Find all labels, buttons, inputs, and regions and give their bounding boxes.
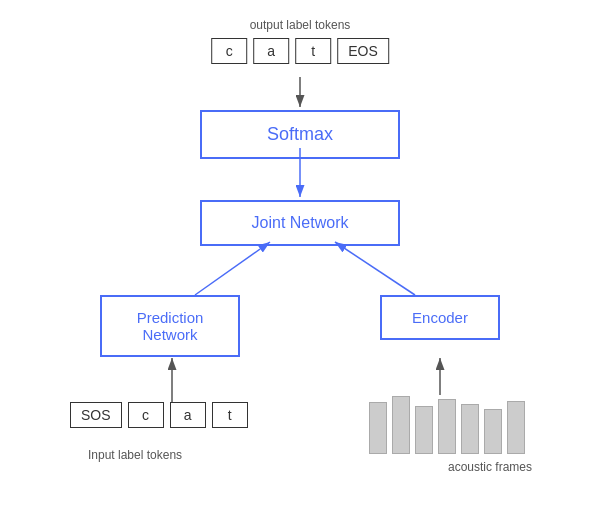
- acoustic-bar-7: [507, 401, 525, 454]
- diagram: { "output_label_text": "output label tok…: [0, 0, 600, 522]
- input-token-c: c: [128, 402, 164, 428]
- acoustic-bar-4: [438, 399, 456, 454]
- output-label-text: output label tokens: [250, 18, 351, 32]
- joint-network-box: Joint Network: [200, 200, 400, 246]
- input-token-t: t: [212, 402, 248, 428]
- acoustic-frames: [369, 396, 525, 454]
- output-token-a: a: [253, 38, 289, 64]
- acoustic-bar-1: [369, 402, 387, 454]
- acoustic-bar-2: [392, 396, 410, 454]
- acoustic-bar-5: [461, 404, 479, 454]
- acoustic-label-text: acoustic frames: [448, 460, 532, 474]
- acoustic-bar-3: [415, 406, 433, 454]
- arrow-prediction-to-joint: [195, 242, 270, 295]
- output-tokens-row: c a t EOS: [211, 38, 389, 64]
- output-token-eos: EOS: [337, 38, 389, 64]
- input-token-sos: SOS: [70, 402, 122, 428]
- arrow-encoder-to-joint: [335, 242, 415, 295]
- input-token-a: a: [170, 402, 206, 428]
- softmax-box: Softmax: [200, 110, 400, 159]
- output-token-c: c: [211, 38, 247, 64]
- prediction-network-box: Prediction Network: [100, 295, 240, 357]
- encoder-box: Encoder: [380, 295, 500, 340]
- acoustic-bar-6: [484, 409, 502, 454]
- input-tokens-row: SOS c a t: [70, 402, 248, 428]
- input-label-text: Input label tokens: [88, 448, 182, 462]
- output-token-t: t: [295, 38, 331, 64]
